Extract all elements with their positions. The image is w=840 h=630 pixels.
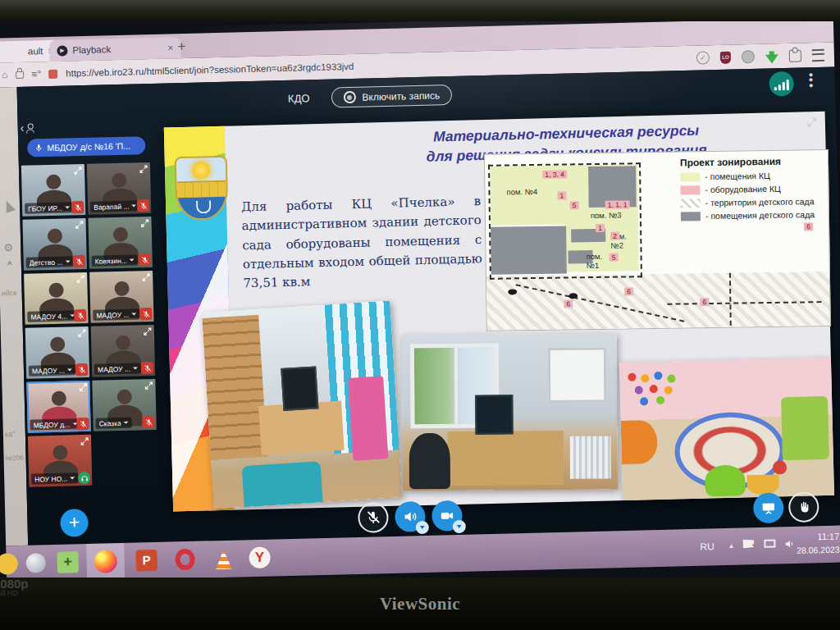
language-indicator[interactable]: RU	[700, 541, 714, 552]
participant-name-label[interactable]: Варапай ...	[90, 200, 140, 212]
fullscreen-icon[interactable]	[139, 218, 149, 228]
mic-icon	[34, 143, 43, 153]
gear-icon: ⚙	[3, 241, 13, 253]
participant-video-tile[interactable]: Сказка	[92, 379, 156, 431]
hand-icon	[796, 499, 811, 514]
date: 28.06.2023	[792, 543, 839, 557]
participant-video-tile[interactable]: НОУ НО...	[28, 435, 92, 487]
taskbar-opera-icon[interactable]	[175, 549, 195, 571]
floor-plan: пом. №4 пом. №3 пом. №2 пом. №1 Проект з…	[484, 149, 831, 331]
participant-video-tile[interactable]: Детство ...	[22, 218, 86, 271]
action-center-flag-icon[interactable]: ✕	[742, 539, 754, 548]
shield-check-icon[interactable]: ✓	[696, 51, 710, 64]
chevron-down-icon	[70, 477, 75, 479]
participant-video-tile[interactable]: МБДОУ д...	[26, 381, 90, 433]
speaker-icon	[402, 509, 418, 524]
participant-video-tile[interactable]: ГБОУ ИР...	[21, 164, 85, 217]
participant-video-tile[interactable]: МАДОУ ...	[89, 271, 153, 323]
participant-name-label[interactable]: Детство ...	[26, 256, 74, 267]
webcam-button[interactable]	[431, 500, 463, 532]
mic-muted-icon	[143, 364, 151, 372]
fullscreen-icon[interactable]	[75, 220, 84, 230]
fullscreen-icon[interactable]	[144, 381, 153, 390]
participant-video-tile[interactable]: Варапай ...	[87, 162, 151, 215]
participant-video-tile[interactable]: МАДОУ 4...	[24, 272, 88, 325]
close-tab-icon[interactable]: ×	[167, 43, 173, 52]
chevron-down-icon	[65, 206, 70, 208]
chevron-down-icon	[124, 422, 129, 424]
fullscreen-icon[interactable]	[143, 326, 153, 336]
taskbar-yandex-icon[interactable]: Y	[249, 547, 271, 569]
site-container-icon	[48, 69, 57, 78]
menu-hamburger-icon[interactable]	[812, 48, 824, 61]
taskbar-powerpoint-icon[interactable]: P	[135, 550, 158, 572]
mic-muted-icon	[74, 203, 82, 212]
monitor-bezel-top	[0, 0, 840, 21]
home-icon[interactable]: ⌂	[2, 69, 8, 80]
participant-video-tile[interactable]: Ковязин...	[88, 217, 152, 269]
chevron-down-icon	[131, 204, 136, 207]
taskbar-app-icon[interactable]: +	[57, 551, 79, 573]
slide-body-text: Для работы КЦ «Пчелка» в административно…	[241, 192, 483, 293]
taskbar-app-icon[interactable]	[0, 553, 18, 575]
options-menu-icon[interactable]: •••	[806, 72, 815, 88]
equipment-marker: 1, 1, 1	[605, 200, 630, 209]
presentation-fullscreen-icon[interactable]	[806, 116, 818, 128]
presentation-button[interactable]	[753, 492, 784, 523]
tracking-shield-icon[interactable]: ≡°	[31, 68, 41, 80]
participant-name-label[interactable]: МАДОУ ...	[29, 364, 75, 376]
taskbar-vlc-icon[interactable]	[212, 550, 235, 570]
participant-name-label[interactable]: МАДОУ ...	[93, 308, 139, 320]
audio-button[interactable]	[395, 501, 426, 532]
adblock-shield-icon[interactable]: LO	[720, 51, 731, 63]
taskbar-firefox-active[interactable]	[86, 543, 125, 578]
start-recording-button[interactable]: Включить запись	[331, 84, 452, 108]
monitor-brand-logo: ViewSonic	[0, 594, 840, 614]
download-helper-icon[interactable]	[765, 54, 778, 63]
talking-indicator[interactable]: МБДОУ д/с №16 'П...	[27, 136, 145, 158]
video-grid: ГБОУ ИР... Варапай ... Детство ...	[21, 162, 159, 487]
participant-name-label[interactable]: МАДОУ ...	[94, 363, 141, 374]
participant-name-label[interactable]: НОУ НО...	[31, 472, 78, 484]
fullscreen-icon[interactable]	[73, 166, 83, 176]
mic-muted-icon	[75, 258, 83, 266]
fullscreen-icon[interactable]	[77, 328, 87, 338]
firefox-icon	[94, 550, 117, 573]
new-tab-button[interactable]: +	[177, 39, 185, 55]
chevron-down-icon	[67, 368, 72, 371]
browser-tab-playback[interactable]: ▶ Playback ×	[49, 37, 181, 62]
raise-hand-button[interactable]	[788, 491, 819, 523]
chevron-down-icon	[133, 367, 138, 369]
resolution-sticker: 1080p Full HD	[0, 578, 29, 597]
floor-plan-legend: Проект зонирования - помещения КЦ- обору…	[678, 153, 827, 228]
participant-name-label[interactable]: МАДОУ 4...	[27, 310, 78, 322]
participant-name-label[interactable]: МБДОУ д...	[30, 418, 80, 431]
network-icon[interactable]	[764, 540, 775, 548]
participant-name-label[interactable]: Ковязин...	[92, 254, 138, 266]
taskbar-app-icon[interactable]	[25, 553, 46, 573]
globe-extension-icon[interactable]	[742, 50, 755, 63]
legend-swatch	[681, 212, 701, 221]
taskbar-clock[interactable]: 11:17 28.06.2023	[792, 530, 840, 558]
legend-item: - оборудование КЦ	[680, 183, 826, 195]
fullscreen-icon[interactable]	[80, 436, 89, 446]
participant-video-tile[interactable]: МАДОУ ...	[25, 326, 89, 379]
presentation-slide[interactable]: Материально-техническая ресурсы для реше…	[164, 112, 834, 512]
mic-muted-icon	[76, 312, 84, 320]
extensions-puzzle-icon[interactable]	[789, 49, 801, 62]
participant-name-label[interactable]: Сказка	[95, 418, 132, 429]
fullscreen-icon[interactable]	[78, 382, 88, 392]
fullscreen-icon[interactable]	[139, 164, 148, 174]
participant-video-tile[interactable]: МАДОУ ...	[91, 325, 155, 377]
toolbar-extensions: ✓ LO	[696, 48, 824, 65]
photo-play-area	[619, 358, 834, 500]
legend-item: - помещения детского сада	[681, 209, 827, 221]
lock-icon[interactable]	[16, 71, 24, 78]
userlist-toggle-button[interactable]: ‹	[21, 121, 34, 134]
participant-name-label[interactable]: ГБОУ ИР...	[25, 202, 73, 213]
mute-microphone-button[interactable]	[358, 502, 389, 533]
fullscreen-icon[interactable]	[75, 274, 85, 284]
fullscreen-icon[interactable]	[141, 272, 151, 282]
legend-swatch	[681, 199, 701, 208]
tray-chevron-icon[interactable]: ▲	[728, 542, 734, 550]
